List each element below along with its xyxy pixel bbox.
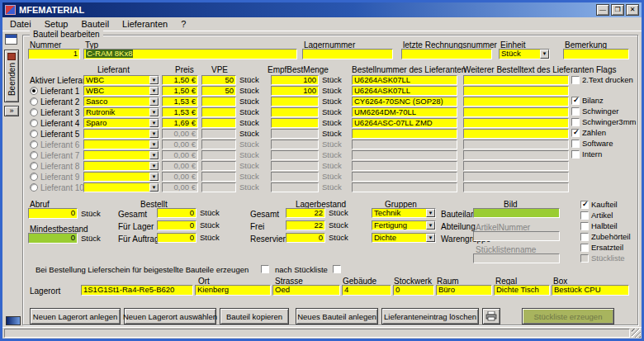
vpe-field[interactable]: 50 (201, 86, 236, 96)
bestelltext-field[interactable] (463, 140, 569, 149)
flag-zubehoerteil[interactable]: Zubehörteil (580, 232, 631, 241)
chevron-down-icon[interactable]: ▼ (149, 108, 159, 116)
expand-button[interactable]: » (4, 106, 19, 116)
active-bestellnummer-field[interactable]: U6264ASK07LL (352, 75, 457, 85)
typ-field[interactable]: C-RAM 8Kx8 (83, 49, 297, 59)
flag-ersatzteil[interactable]: Ersatzteil (580, 243, 623, 252)
lagerort-name-field[interactable]: 1S1G1St1-Ra4-Re5-B620 (81, 285, 193, 296)
lieferant-8-radio[interactable]: Lieferant 8 (30, 161, 79, 171)
bestelltext-field[interactable] (463, 129, 569, 139)
chevron-down-icon[interactable]: ▼ (426, 209, 435, 217)
minimized-window-icon[interactable] (6, 316, 21, 325)
chevron-down-icon[interactable]: ▼ (426, 221, 435, 230)
menge-field[interactable] (271, 97, 319, 107)
flag-2text-drucken[interactable]: 2.Text drucken (571, 75, 633, 84)
preis-field[interactable]: 0,00 € (162, 129, 198, 139)
active-preis-field[interactable]: 1,50 € (162, 75, 198, 85)
bestelltext-field[interactable] (463, 182, 569, 192)
lieferant-7-radio[interactable]: Lieferant 7 (30, 150, 79, 160)
vpe-field[interactable] (201, 107, 236, 117)
active-lieferant-combo[interactable]: WBC▼ (83, 75, 159, 85)
close-button[interactable]: ✕ (626, 4, 639, 16)
flag-schwinger[interactable]: Schwinger (571, 107, 618, 116)
bestelltext-field[interactable] (463, 86, 569, 96)
bestelltext-field[interactable] (463, 118, 569, 128)
preis-field[interactable]: 0,00 € (162, 172, 198, 182)
menge-field[interactable] (271, 150, 319, 160)
menge-field[interactable] (271, 107, 319, 117)
bestellnummer-field[interactable]: CY6264-70SNC (SOP28) (352, 97, 457, 107)
vpe-field[interactable] (201, 182, 236, 192)
menge-field[interactable] (271, 129, 319, 139)
lieferant-6-radio[interactable]: Lieferant 6 (30, 140, 79, 149)
chevron-down-icon[interactable]: ▼ (149, 173, 159, 181)
preis-field[interactable]: 0,00 € (162, 182, 198, 192)
lieferant-combo[interactable]: Rutronik▼ (83, 107, 159, 117)
lieferanteneintrag-loeschen-button[interactable]: Lieferanteneintrag löschen (381, 308, 479, 324)
menge-field[interactable] (271, 172, 319, 182)
preis-field[interactable]: 1,53 € (162, 97, 198, 107)
chevron-down-icon[interactable]: ▼ (149, 87, 159, 95)
lagerort-regal-field[interactable]: Dichte Tisch (494, 285, 550, 296)
abteilung-combo[interactable]: Fertigung▼ (372, 220, 436, 230)
preis-field[interactable]: 1,50 € (162, 86, 198, 96)
lagerort-gebaeude-field[interactable]: 4 (342, 285, 391, 296)
bestellnummer-field[interactable] (352, 140, 457, 149)
lieferant-combo[interactable]: ▼ (83, 182, 159, 192)
bauteil-kopieren-button[interactable]: Bauteil kopieren (220, 308, 289, 324)
beenden-tab[interactable]: Beenden (4, 50, 19, 102)
chevron-down-icon[interactable]: ▼ (149, 162, 159, 170)
lagernummer-field[interactable] (302, 49, 393, 59)
lagerort-raum-field[interactable]: Büro (436, 285, 492, 296)
lieferant-combo[interactable]: WBC▼ (83, 86, 159, 96)
lagerort-box-field[interactable]: Bestück CPU (552, 285, 629, 296)
chevron-down-icon[interactable]: ▼ (149, 119, 159, 127)
flag-intern[interactable]: Intern (571, 149, 602, 159)
neuen-lagerort-auswaehlen-button[interactable]: Neuen Lagerort auswählen (124, 308, 216, 324)
menge-field[interactable] (271, 161, 319, 171)
nummer-field[interactable]: 1 (28, 49, 80, 59)
lagerort-strasse-field[interactable]: Oed (272, 285, 340, 296)
titlebar[interactable]: MFEMATERIAL — ❒ ✕ (2, 2, 642, 17)
active-bestelltext-field[interactable] (463, 75, 569, 85)
lieferant-combo[interactable]: Sparo▼ (83, 118, 159, 128)
lager-frei-field[interactable]: 22 (286, 220, 325, 230)
preis-field[interactable]: 1,53 € (162, 107, 198, 117)
bestelltext-field[interactable] (463, 172, 569, 182)
mindestbestand-field[interactable]: 0 (28, 233, 78, 244)
minimize-button[interactable]: — (596, 4, 609, 16)
neues-bauteil-anlegen-button[interactable]: Neues Bauteil anlegen (296, 308, 378, 324)
bestellt-lager-field[interactable]: 0 (157, 220, 197, 230)
preis-field[interactable]: 0,00 € (162, 150, 198, 160)
bemerkung-field[interactable] (563, 49, 629, 59)
bestellnummer-field[interactable] (352, 161, 457, 171)
lagerort-ort-field[interactable]: Kienberg (195, 285, 271, 296)
print-button[interactable] (482, 308, 500, 324)
lieferant-combo[interactable]: ▼ (83, 172, 159, 182)
flag-bilanz[interactable]: Bilanz (571, 96, 604, 105)
flag-software[interactable]: Software (571, 139, 613, 148)
einheit-combo[interactable]: Stück▼ (499, 49, 550, 59)
preis-field[interactable]: 0,00 € (162, 161, 198, 171)
vpe-field[interactable] (201, 97, 236, 107)
lieferant-1-radio[interactable]: Lieferant 1 (30, 86, 79, 96)
lagerort-stockwerk-field[interactable]: 0 (393, 285, 434, 296)
vpe-field[interactable] (201, 161, 236, 171)
lieferant-4-radio[interactable]: Lieferant 4 (30, 118, 79, 128)
maximize-button[interactable]: ❒ (611, 4, 624, 16)
vpe-field[interactable] (201, 150, 236, 160)
lieferant-combo[interactable]: ▼ (83, 129, 159, 139)
preis-field[interactable]: 0,00 € (162, 140, 198, 149)
warengruppe-combo[interactable]: Dichte▼ (372, 233, 436, 243)
lieferschein-checkbox[interactable] (261, 264, 269, 273)
menu-setup[interactable]: Setup (38, 18, 75, 30)
bauteilart-combo[interactable]: Technik▼ (372, 208, 436, 218)
vpe-field[interactable] (201, 129, 236, 139)
lieferant-3-radio[interactable]: Lieferant 3 (30, 107, 79, 117)
chevron-down-icon[interactable]: ▼ (426, 234, 435, 242)
abruf-field[interactable]: 0 (28, 208, 78, 219)
bestelltext-field[interactable] (463, 97, 569, 107)
menu-bauteil[interactable]: Bauteil (74, 18, 116, 30)
menge-field[interactable] (271, 140, 319, 149)
menge-field[interactable] (271, 182, 319, 192)
